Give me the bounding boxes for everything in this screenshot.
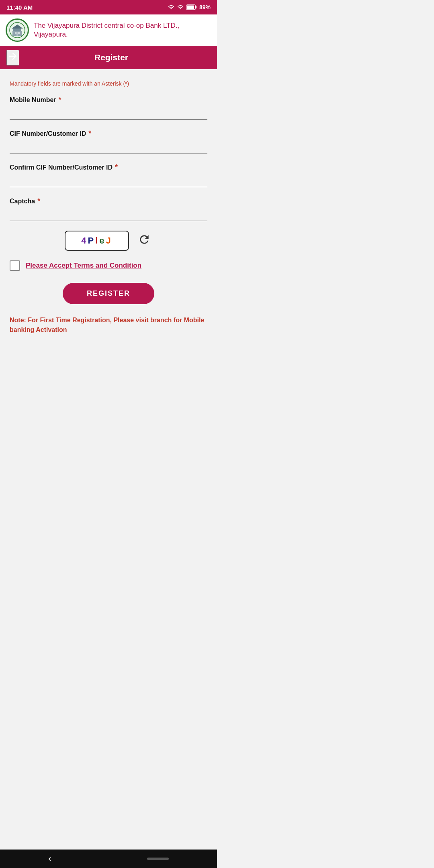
cif-label: CIF Number/Customer ID * [10,129,207,138]
building-icon [9,22,25,38]
back-arrow-icon [7,51,18,62]
mobile-required-star: * [59,96,61,104]
captcha-input[interactable] [10,209,207,221]
nav-title: Register [24,53,199,62]
refresh-captcha-button[interactable] [136,231,152,250]
captcha-image: 4PleJ [65,231,129,251]
captcha-char-3: l [95,235,99,246]
svg-rect-9 [16,32,18,36]
captcha-char-1: 4 [81,235,88,246]
refresh-icon [138,233,151,246]
mobile-field-group: Mobile Number * [10,96,207,120]
mobile-label: Mobile Number * [10,96,207,104]
confirm-cif-required-star: * [115,163,118,172]
register-button[interactable]: REGISTER [63,283,154,304]
nav-bar: Register [0,46,217,69]
status-bar: 11:40 AM 89% [0,0,217,14]
captcha-display-row: 4PleJ [10,231,207,251]
captcha-char-4: e [99,235,106,246]
logo-bar: The Vijayapura District central co-op Ba… [0,14,217,46]
back-button[interactable] [6,50,19,66]
wifi-icon [177,4,184,10]
captcha-label: Captcha * [10,197,207,205]
captcha-required-star: * [37,197,40,205]
mobile-input[interactable] [10,107,207,120]
svg-rect-8 [18,32,20,34]
cif-input[interactable] [10,141,207,154]
terms-row: Please Accept Terms and Condition [10,260,207,271]
terms-label[interactable]: Please Accept Terms and Condition [26,262,141,270]
signal-icon [168,4,174,10]
battery-percent: 89% [199,4,211,10]
svg-rect-5 [13,29,21,31]
svg-rect-1 [187,6,194,9]
status-icons: 89% [168,4,211,10]
battery-icon [186,4,197,10]
captcha-field-group: Captcha * [10,197,207,221]
bank-name: The Vijayapura District central co-op Ba… [34,21,211,39]
registration-note: Note: For First Time Registration, Pleas… [10,315,207,351]
confirm-cif-field-group: Confirm CIF Number/Customer ID * [10,163,207,187]
cif-field-group: CIF Number/Customer ID * [10,129,207,154]
status-time: 11:40 AM [6,4,33,11]
form-area: Mandatory fields are marked with an Aste… [0,69,217,362]
captcha-char-2: P [88,235,95,246]
confirm-cif-label: Confirm CIF Number/Customer ID * [10,163,207,172]
confirm-cif-input[interactable] [10,175,207,187]
svg-rect-2 [195,6,197,8]
svg-rect-7 [15,32,16,34]
captcha-char-5: J [106,235,113,246]
cif-required-star: * [88,129,91,138]
terms-checkbox[interactable] [10,260,20,271]
bank-logo [6,18,29,42]
mandatory-note: Mandatory fields are marked with an Aste… [10,80,207,87]
